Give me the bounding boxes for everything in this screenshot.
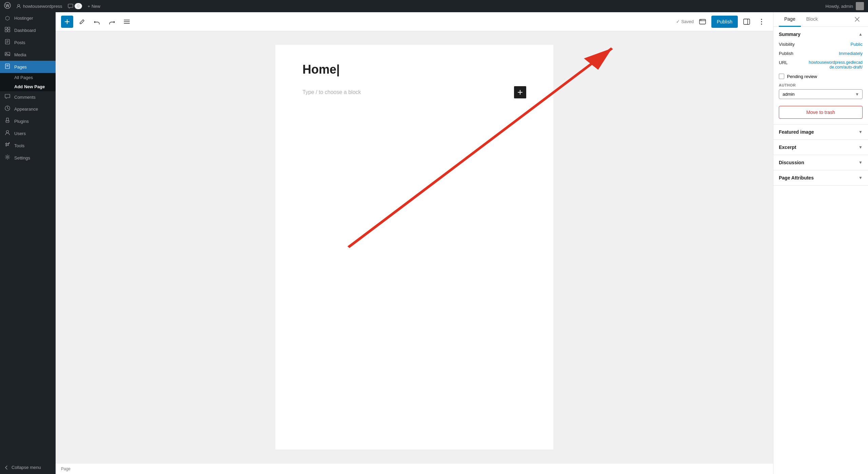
svg-point-30 — [701, 20, 702, 20]
svg-point-35 — [761, 23, 762, 24]
svg-rect-31 — [744, 19, 750, 24]
discussion-header[interactable]: Discussion ▼ — [773, 155, 868, 170]
editor-content: Home Type / to choose a block — [56, 31, 773, 463]
editor-area: ✓ Saved Publish Home Type / to choose a — [56, 12, 773, 474]
block-placeholder-area: Type / to choose a block — [302, 86, 526, 98]
svg-rect-6 — [8, 30, 10, 32]
editor-bottom-bar: Page — [56, 463, 773, 474]
sidebar-sub-item-add-new-page[interactable]: Add New Page — [0, 82, 56, 91]
page-attributes-header[interactable]: Page Attributes ▼ — [773, 170, 868, 185]
sidebar: ⬡ Hostinger Dashboard Posts Media Page — [0, 12, 56, 474]
sidebar-item-comments[interactable]: Comments — [0, 91, 56, 103]
featured-image-header[interactable]: Featured image ▼ — [773, 125, 868, 139]
pending-review-row: Pending review — [779, 74, 863, 79]
add-block-button[interactable] — [61, 16, 73, 28]
media-icon — [4, 51, 11, 58]
svg-point-12 — [6, 53, 7, 54]
users-icon — [4, 130, 11, 137]
edit-mode-button[interactable] — [76, 16, 88, 28]
svg-point-29 — [700, 20, 701, 20]
svg-rect-3 — [5, 27, 7, 29]
editor-canvas: Home Type / to choose a block — [275, 45, 553, 450]
site-name[interactable]: howtousewordpress — [16, 4, 62, 9]
sidebar-item-tools[interactable]: Tools — [0, 139, 56, 152]
summary-chevron-icon: ▲ — [859, 32, 863, 37]
excerpt-section: Excerpt ▼ — [773, 140, 868, 155]
svg-point-20 — [6, 131, 9, 133]
svg-point-2 — [18, 4, 20, 6]
plugins-icon — [4, 118, 11, 125]
discussion-section: Discussion ▼ — [773, 155, 868, 170]
author-label: AUTHOR — [779, 83, 863, 87]
summary-header[interactable]: Summary ▲ — [773, 27, 868, 42]
publish-row: Publish Immediately — [779, 51, 863, 56]
collapse-menu-button[interactable]: Collapse menu — [0, 461, 56, 474]
sidebar-item-media[interactable]: Media — [0, 49, 56, 61]
author-select-wrapper: admin ▼ — [779, 89, 863, 99]
comments-icon — [4, 94, 11, 100]
tools-icon — [4, 142, 11, 149]
user-avatar — [856, 2, 864, 10]
sidebar-item-plugins[interactable]: Plugins — [0, 115, 56, 127]
sidebar-item-appearance[interactable]: Appearance — [0, 103, 56, 115]
pages-icon — [4, 63, 11, 70]
excerpt-chevron-icon: ▼ — [859, 145, 863, 150]
panel-close-button[interactable] — [852, 14, 863, 25]
admin-bar: W howtousewordpress 0 + New Howdy, admin — [0, 0, 868, 12]
excerpt-header[interactable]: Excerpt ▼ — [773, 140, 868, 155]
settings-icon — [4, 154, 11, 161]
sidebar-item-dashboard[interactable]: Dashboard — [0, 24, 56, 36]
comments-count[interactable]: 0 — [68, 3, 82, 9]
wp-logo-icon[interactable]: W — [4, 2, 11, 11]
undo-button[interactable] — [91, 16, 103, 28]
panel-tabs: Page Block — [773, 12, 868, 27]
move-to-trash-button[interactable]: Move to trash — [779, 106, 863, 119]
page-attributes-section: Page Attributes ▼ — [773, 170, 868, 186]
inline-add-block-button[interactable] — [514, 86, 526, 98]
svg-point-33 — [761, 19, 762, 20]
posts-icon — [4, 39, 11, 46]
sidebar-item-settings[interactable]: Settings — [0, 152, 56, 164]
user-menu[interactable]: Howdy, admin — [826, 2, 864, 10]
right-panel: Page Block Summary ▲ Visibility Public P… — [773, 12, 868, 474]
summary-section: Summary ▲ Visibility Public Publish Imme… — [773, 27, 868, 125]
settings-toggle-button[interactable] — [741, 16, 753, 28]
save-status: ✓ Saved — [676, 19, 694, 24]
summary-content: Visibility Public Publish Immediately UR… — [773, 42, 868, 124]
svg-rect-5 — [5, 30, 7, 32]
svg-rect-17 — [6, 118, 8, 121]
featured-image-chevron-icon: ▼ — [859, 130, 863, 134]
visibility-row: Visibility Public — [779, 42, 863, 47]
comment-count-badge: 0 — [75, 3, 82, 9]
svg-rect-4 — [8, 27, 10, 29]
svg-point-21 — [7, 156, 8, 158]
redo-button[interactable] — [106, 16, 118, 28]
hostinger-icon: ⬡ — [4, 15, 11, 21]
preview-button[interactable] — [696, 16, 709, 28]
editor-toolbar: ✓ Saved Publish — [56, 12, 773, 31]
discussion-chevron-icon: ▼ — [859, 160, 863, 165]
dashboard-icon — [4, 27, 11, 34]
sidebar-item-hostinger[interactable]: ⬡ Hostinger — [0, 12, 56, 24]
appearance-icon — [4, 106, 11, 112]
new-item-button[interactable]: + New — [87, 4, 100, 9]
page-attributes-chevron-icon: ▼ — [859, 175, 863, 180]
tab-page[interactable]: Page — [779, 12, 801, 27]
publish-button[interactable]: Publish — [711, 16, 738, 28]
featured-image-section: Featured image ▼ — [773, 125, 868, 140]
pages-submenu: All Pages Add New Page — [0, 73, 56, 91]
url-row: URL howtousewordpress.gedlecadde.com/aut… — [779, 60, 863, 70]
author-select[interactable]: admin — [779, 89, 863, 99]
pending-review-checkbox[interactable] — [779, 74, 784, 79]
svg-point-34 — [761, 21, 762, 22]
svg-text:W: W — [5, 3, 9, 8]
tab-block[interactable]: Block — [801, 12, 823, 27]
more-options-button[interactable] — [755, 16, 768, 28]
sidebar-item-users[interactable]: Users — [0, 127, 56, 139]
main-layout: ⬡ Hostinger Dashboard Posts Media Page — [0, 12, 868, 474]
sidebar-sub-item-all-pages[interactable]: All Pages — [0, 73, 56, 82]
page-title[interactable]: Home — [302, 61, 526, 78]
sidebar-item-posts[interactable]: Posts — [0, 36, 56, 49]
sidebar-item-pages[interactable]: Pages — [0, 61, 56, 73]
list-view-button[interactable] — [121, 16, 133, 28]
